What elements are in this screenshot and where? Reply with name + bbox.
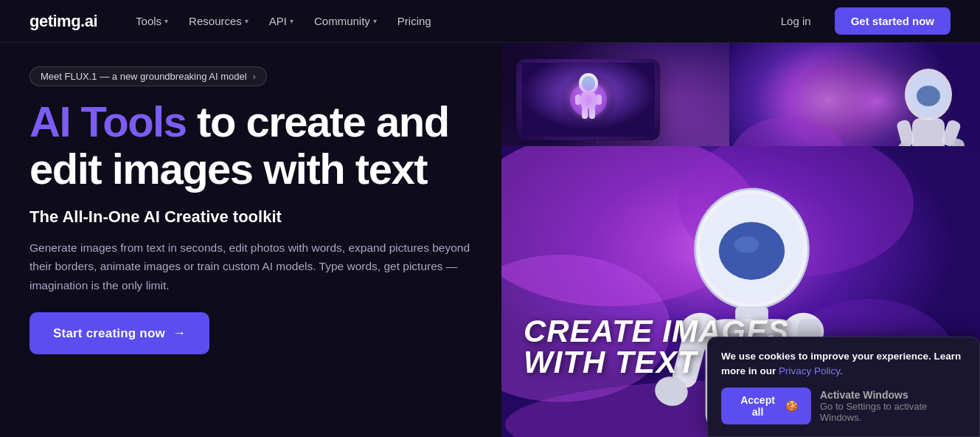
logo[interactable]: getimg.ai [29,12,97,31]
chevron-down-icon: ▾ [373,17,377,25]
nav-item-community[interactable]: Community ▾ [305,10,386,32]
nav-item-tools[interactable]: Tools ▾ [127,10,177,32]
nav-item-pricing[interactable]: Pricing [389,10,440,32]
hero-subtitle: The All-In-One AI Creative toolkit [29,207,472,227]
cookie-emoji: 🍪 [785,400,798,412]
svg-point-33 [734,236,760,252]
arrow-icon: › [253,72,256,82]
activate-windows-notice: Activate Windows Go to Settings to activ… [820,389,966,423]
nav-right: Log in Get started now [766,7,951,35]
chevron-down-icon: ▾ [245,17,249,25]
cookie-text: We use cookies to improve your experienc… [721,349,966,379]
chevron-down-icon: ▾ [164,17,168,25]
announcement-text: Meet FLUX.1 — a new groundbreaking AI mo… [41,71,247,82]
hero-title: AI Tools to create and edit images with … [29,98,472,193]
cta-label: Start creating now [53,326,165,341]
privacy-policy-link[interactable]: Privacy Policy [779,365,840,376]
hero-section: Meet FLUX.1 — a new groundbreaking AI mo… [0,43,980,437]
activate-windows-title: Activate Windows [820,389,966,401]
nav-item-resources[interactable]: Resources ▾ [180,10,257,32]
hero-image-small [516,59,660,140]
cookie-banner: We use cookies to improve your experienc… [707,337,980,438]
activate-windows-subtitle: Go to Settings to activate Windows. [820,401,966,423]
chevron-down-icon: ▾ [290,17,293,25]
announcement-badge[interactable]: Meet FLUX.1 — a new groundbreaking AI mo… [29,66,267,86]
navbar: getimg.ai Tools ▾ Resources ▾ API ▾ Comm… [0,0,980,43]
cookie-text-after: . [840,365,843,376]
cookie-actions: Accept all 🍪 Activate Windows Go to Sett… [721,388,966,424]
arrow-right-icon: → [173,326,186,341]
hero-description: Generate images from text in seconds, ed… [29,238,472,295]
get-started-button[interactable]: Get started now [835,7,951,35]
hero-right: CREATE IMAGES WITH TEXT We use cookies t… [501,43,980,437]
nav-links: Tools ▾ Resources ▾ API ▾ Community ▾ Pr… [127,10,766,32]
accept-label: Accept all [734,394,781,418]
hero-title-highlight: AI Tools [29,97,186,145]
svg-point-5 [917,86,940,106]
glow-decoration [566,78,611,122]
hero-left: Meet FLUX.1 — a new groundbreaking AI mo… [0,43,501,437]
login-button[interactable]: Log in [766,9,826,33]
accept-cookies-button[interactable]: Accept all 🍪 [721,388,811,424]
nav-item-api[interactable]: API ▾ [260,10,302,32]
cta-button[interactable]: Start creating now → [29,312,209,354]
